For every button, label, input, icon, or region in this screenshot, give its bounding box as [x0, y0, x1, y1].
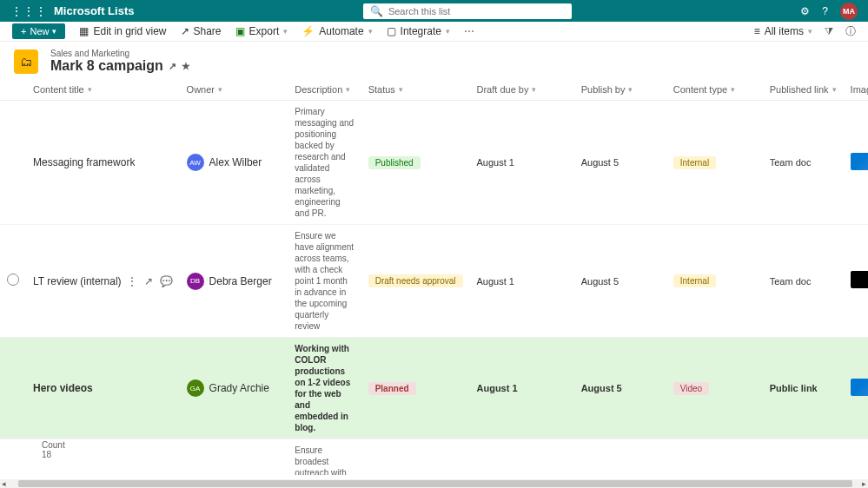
list-table-wrap: Content title▾ Owner▾ Description▾ Statu…: [0, 79, 868, 475]
export-button[interactable]: ▣ Export ▾: [235, 25, 288, 37]
list-icon: ≡: [754, 25, 760, 37]
user-avatar[interactable]: MA: [840, 3, 858, 20]
cell-title[interactable]: Messaging framework: [33, 156, 135, 168]
list-title: Mark 8 campaign ↗ ★: [50, 58, 190, 74]
search-icon: 🔍: [370, 5, 383, 17]
waffle-icon[interactable]: ⋮⋮⋮: [10, 4, 47, 18]
filter-icon[interactable]: ⧩: [825, 25, 833, 37]
app-title: Microsoft Lists: [54, 4, 134, 17]
list-header: 🗂 Sales and Marketing Mark 8 campaign ↗ …: [0, 42, 868, 79]
cell-owner[interactable]: AWAlex Wilber: [187, 154, 282, 171]
overflow-icon[interactable]: ⋯: [464, 25, 474, 37]
plus-icon: +: [21, 26, 26, 36]
grid-icon: ▦: [79, 25, 89, 37]
chevron-down-icon: ▾: [368, 27, 373, 36]
settings-icon[interactable]: ⚙: [800, 5, 810, 17]
cell-title[interactable]: LT review (internal): [33, 275, 122, 287]
col-imagery[interactable]: Imagery🖼▾: [844, 79, 868, 101]
list-table: Content title▾ Owner▾ Description▾ Statu…: [0, 79, 868, 475]
scroll-right-icon[interactable]: ▸: [860, 479, 868, 488]
imagery-thumbnail[interactable]: [851, 153, 868, 170]
person-avatar-icon: AW: [187, 154, 204, 171]
scroll-left-icon[interactable]: ◂: [0, 479, 8, 488]
integrate-button[interactable]: ▢ Integrate ▾: [387, 25, 450, 37]
col-owner[interactable]: Owner▾: [180, 79, 288, 101]
content-type-pill: Internal: [673, 274, 716, 287]
cell-publish-by: August 5: [581, 383, 622, 393]
row-comment-icon[interactable]: 💬: [160, 275, 173, 287]
imagery-thumbnail[interactable]: [851, 271, 868, 288]
cell-draft-due: August 1: [477, 276, 514, 287]
select-all-column[interactable]: [0, 79, 26, 101]
col-publish-by[interactable]: Publish by▾: [574, 79, 666, 101]
col-status[interactable]: Status▾: [361, 79, 470, 101]
content-type-pill: Video: [673, 382, 709, 395]
search-input[interactable]: [388, 6, 565, 16]
status-pill: Draft needs approval: [368, 274, 463, 287]
scroll-thumb[interactable]: [18, 480, 852, 487]
cell-description: Primary messaging and positioning backed…: [295, 106, 354, 219]
row-more-icon[interactable]: ⋮: [127, 275, 137, 287]
cell-description: Working with COLOR productions on 1-2 vi…: [295, 343, 354, 433]
cell-draft-due: August 1: [477, 157, 514, 168]
person-avatar-icon: DB: [187, 273, 204, 290]
cell-owner[interactable]: DBDebra Berger: [187, 273, 282, 290]
cell-link[interactable]: Team doc: [770, 276, 812, 287]
col-content-type[interactable]: Content type▾: [666, 79, 763, 101]
status-pill: Published: [368, 156, 421, 169]
cell-owner[interactable]: GAGrady Archie: [187, 379, 282, 397]
toolbar: + New ▾ ▦ Edit in grid view ↗ Share ▣ Ex…: [0, 22, 868, 42]
table-row[interactable]: Messaging framework AWAlex Wilber Primar…: [0, 101, 868, 225]
col-content-title[interactable]: Content title▾: [26, 79, 180, 101]
cell-description: Ensure we have alignment across teams, w…: [295, 230, 354, 332]
col-description[interactable]: Description▾: [288, 79, 361, 101]
cell-draft-due: August 1: [477, 383, 518, 393]
table-row[interactable]: Hero videos GAGrady Archie Working with …: [0, 338, 868, 439]
col-draft-due[interactable]: Draft due by▾: [470, 79, 574, 101]
share-icon: ↗: [181, 25, 189, 37]
automate-button[interactable]: ⚡ Automate ▾: [301, 25, 372, 37]
status-pill: Planned: [368, 382, 416, 395]
list-icon: 🗂: [14, 49, 38, 74]
search-box[interactable]: 🔍: [363, 3, 572, 19]
info-icon[interactable]: ⓘ: [845, 24, 856, 39]
row-select-radio[interactable]: [7, 274, 19, 286]
integrate-icon: ▢: [387, 25, 396, 37]
excel-icon: ▣: [235, 25, 245, 37]
chevron-down-icon: ▾: [52, 27, 56, 36]
favorite-icon[interactable]: ★: [182, 61, 190, 72]
cell-description: Ensure broadest outreach with attach to …: [295, 445, 354, 475]
col-published-link[interactable]: Published link▾: [763, 79, 844, 101]
table-row[interactable]: LT review (internal)⋮↗💬 DBDebra Berger E…: [0, 225, 868, 338]
share-small-icon[interactable]: ↗: [169, 61, 176, 72]
count-footer: Count 18: [42, 440, 65, 459]
chevron-down-icon: ▾: [808, 27, 812, 36]
header-row: Content title▾ Owner▾ Description▾ Statu…: [0, 79, 868, 101]
all-items-view[interactable]: ≡ All items ▾: [754, 25, 812, 37]
chevron-down-icon: ▾: [283, 27, 288, 36]
edit-grid-button[interactable]: ▦ Edit in grid view: [79, 25, 166, 37]
cell-title[interactable]: Hero videos: [33, 382, 93, 394]
flow-icon: ⚡: [301, 25, 315, 37]
cell-publish-by: August 5: [581, 276, 619, 287]
person-avatar-icon: GA: [187, 379, 204, 397]
help-icon[interactable]: ?: [822, 5, 828, 17]
cell-publish-by: August 5: [581, 157, 619, 168]
horizontal-scrollbar[interactable]: ◂ ▸: [0, 479, 868, 488]
row-share-icon[interactable]: ↗: [144, 275, 153, 287]
cell-link[interactable]: Team doc: [770, 157, 812, 168]
content-type-pill: Internal: [673, 156, 716, 169]
imagery-thumbnail[interactable]: [851, 379, 868, 396]
share-button[interactable]: ↗ Share: [181, 25, 222, 37]
breadcrumb[interactable]: Sales and Marketing: [50, 49, 190, 58]
new-button[interactable]: + New ▾: [12, 23, 65, 39]
app-header: ⋮⋮⋮ Microsoft Lists 🔍 ⚙ ? MA: [0, 0, 868, 22]
table-row[interactable]: PR plan ILIsaiah Langer Ensure broadest …: [0, 439, 868, 476]
chevron-down-icon: ▾: [446, 27, 450, 36]
cell-link[interactable]: Public link: [770, 383, 818, 393]
